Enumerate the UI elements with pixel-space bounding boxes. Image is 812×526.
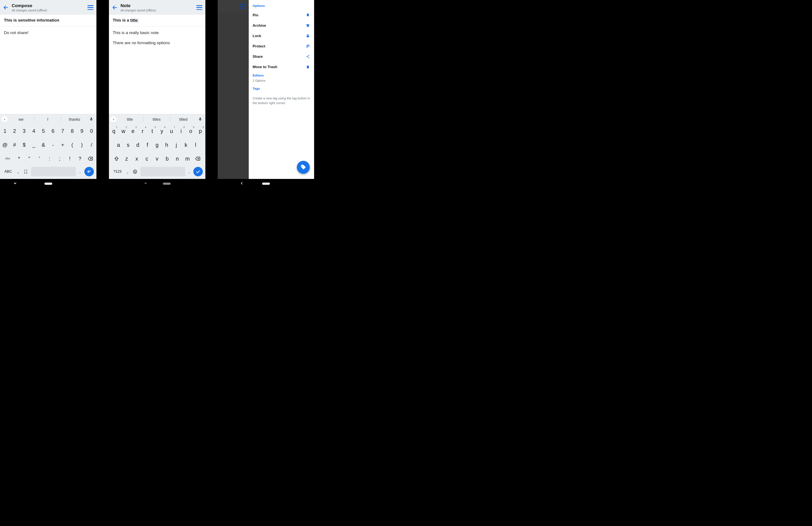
menu-icon[interactable] bbox=[240, 4, 246, 9]
mic-icon[interactable] bbox=[89, 117, 94, 122]
key[interactable]: h bbox=[162, 139, 171, 150]
key[interactable]: ) bbox=[77, 139, 87, 150]
key[interactable]: n bbox=[173, 153, 182, 164]
key[interactable]: j bbox=[172, 139, 181, 150]
key[interactable]: m bbox=[183, 153, 192, 164]
emoji-key[interactable] bbox=[132, 167, 138, 176]
nav-home-pill[interactable] bbox=[44, 183, 52, 185]
nav-back-icon[interactable] bbox=[240, 181, 244, 186]
mode-switch-key[interactable]: ABC bbox=[3, 167, 14, 176]
key[interactable]: o9 bbox=[186, 125, 195, 137]
editors-subtext[interactable]: 2 Options bbox=[252, 79, 310, 82]
key[interactable]: _ bbox=[29, 139, 39, 150]
nav-collapse-icon[interactable] bbox=[143, 181, 148, 186]
dimmed-background[interactable] bbox=[218, 0, 249, 179]
nav-home-pill[interactable] bbox=[163, 183, 171, 185]
key[interactable]: ' bbox=[35, 153, 44, 164]
mode-switch-key[interactable]: ?123 bbox=[112, 167, 124, 176]
key[interactable]: 6 bbox=[48, 125, 58, 137]
option-lock[interactable]: Lock bbox=[252, 31, 310, 41]
key[interactable]: p0 bbox=[196, 125, 205, 137]
key[interactable]: a bbox=[114, 139, 123, 150]
nav-collapse-icon[interactable] bbox=[13, 181, 17, 186]
note-title[interactable]: This is a title bbox=[109, 14, 205, 26]
option-share[interactable]: Share bbox=[252, 51, 310, 62]
key[interactable]: " bbox=[25, 153, 34, 164]
space-key[interactable] bbox=[31, 167, 76, 176]
add-tag-fab[interactable] bbox=[297, 161, 310, 174]
suggestion[interactable]: titled bbox=[171, 116, 196, 123]
key[interactable]: + bbox=[58, 139, 67, 150]
key[interactable]: $ bbox=[20, 139, 29, 150]
backspace-icon[interactable] bbox=[193, 153, 202, 164]
key[interactable]: q1 bbox=[110, 125, 118, 137]
key[interactable]: l bbox=[191, 139, 200, 150]
suggestion[interactable]: title bbox=[118, 116, 142, 123]
key-period[interactable]: . bbox=[78, 167, 82, 176]
back-arrow-icon[interactable] bbox=[3, 5, 9, 10]
option-archive[interactable]: Archive bbox=[252, 20, 310, 31]
key-comma[interactable]: , bbox=[126, 167, 130, 176]
key[interactable]: 9 bbox=[77, 125, 87, 137]
option-trash[interactable]: Move to Trash bbox=[252, 62, 310, 72]
note-title[interactable]: This is sensitive information bbox=[0, 14, 97, 26]
key[interactable]: z bbox=[122, 153, 131, 164]
key[interactable]: 0 bbox=[87, 125, 96, 137]
menu-icon[interactable] bbox=[196, 5, 202, 10]
key[interactable]: ! bbox=[65, 153, 75, 164]
key[interactable]: ? bbox=[75, 153, 85, 164]
option-protect[interactable]: Protect bbox=[252, 41, 310, 51]
key[interactable]: ( bbox=[68, 139, 77, 150]
key[interactable]: k bbox=[182, 139, 190, 150]
option-pin[interactable]: Pin bbox=[252, 10, 310, 20]
back-arrow-icon[interactable] bbox=[112, 5, 118, 10]
key[interactable]: u7 bbox=[167, 125, 176, 137]
done-key[interactable] bbox=[193, 167, 203, 176]
key[interactable]: * bbox=[14, 153, 24, 164]
key[interactable]: @ bbox=[0, 139, 10, 150]
key[interactable]: # bbox=[10, 139, 19, 150]
key[interactable]: i8 bbox=[177, 125, 186, 137]
numpad-hint-key[interactable]: 1 2 3 4 bbox=[23, 167, 29, 176]
key[interactable]: 2 bbox=[10, 125, 19, 137]
backspace-icon[interactable] bbox=[85, 153, 95, 164]
note-body[interactable]: This is a really basic note There are no… bbox=[109, 26, 205, 114]
key[interactable]: f bbox=[143, 139, 152, 150]
mic-icon[interactable] bbox=[198, 117, 203, 122]
key[interactable]: g bbox=[153, 139, 162, 150]
key[interactable]: e3 bbox=[129, 125, 137, 137]
key[interactable]: 1 bbox=[0, 125, 10, 137]
shift-key[interactable] bbox=[112, 153, 121, 164]
key[interactable]: 8 bbox=[68, 125, 77, 137]
key[interactable]: v bbox=[152, 153, 162, 164]
space-key[interactable] bbox=[141, 167, 185, 176]
key[interactable]: ; bbox=[55, 153, 64, 164]
suggestion[interactable]: I bbox=[35, 116, 60, 123]
key[interactable]: c bbox=[142, 153, 152, 164]
key[interactable]: x bbox=[132, 153, 142, 164]
key-comma[interactable]: , bbox=[16, 167, 20, 176]
key[interactable]: & bbox=[39, 139, 48, 150]
key[interactable]: d bbox=[133, 139, 142, 150]
nav-home-pill[interactable] bbox=[262, 183, 270, 185]
key[interactable]: / bbox=[87, 139, 96, 150]
expand-suggestions-icon[interactable] bbox=[110, 116, 117, 123]
key[interactable]: s bbox=[124, 139, 133, 150]
suggestion[interactable]: thanks bbox=[62, 116, 87, 123]
key[interactable]: b bbox=[162, 153, 172, 164]
expand-suggestions-icon[interactable] bbox=[1, 116, 8, 123]
key[interactable]: t5 bbox=[148, 125, 157, 137]
key[interactable]: 7 bbox=[58, 125, 67, 137]
enter-key[interactable] bbox=[84, 167, 94, 176]
suggestion[interactable]: we bbox=[9, 116, 33, 123]
symbols-key[interactable]: =\< bbox=[2, 153, 14, 164]
key[interactable]: - bbox=[48, 139, 58, 150]
key[interactable]: 3 bbox=[20, 125, 29, 137]
key[interactable]: w2 bbox=[119, 125, 128, 137]
key[interactable]: r4 bbox=[138, 125, 147, 137]
key[interactable]: : bbox=[45, 153, 54, 164]
key[interactable]: 5 bbox=[39, 125, 48, 137]
menu-icon[interactable] bbox=[87, 5, 93, 10]
key-period[interactable]: . bbox=[187, 167, 191, 176]
note-body[interactable]: Do not share! bbox=[0, 26, 97, 114]
